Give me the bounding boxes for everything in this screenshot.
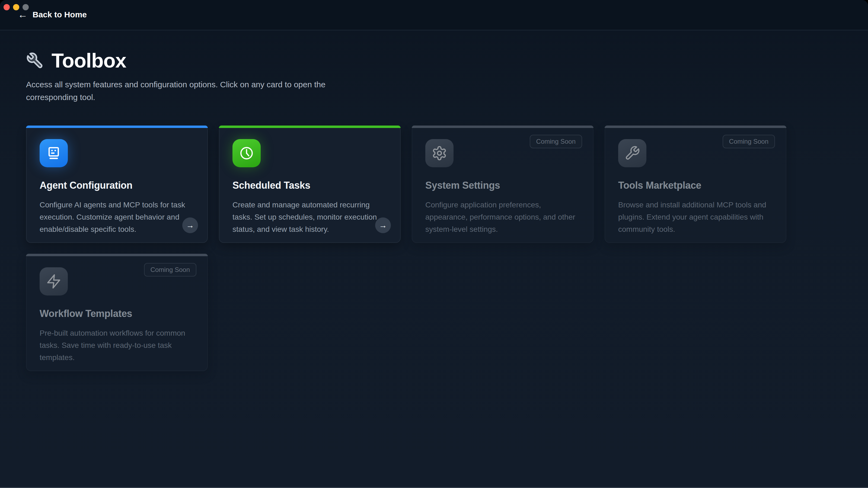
card-accent-bar: [412, 126, 593, 128]
robot-icon: [40, 139, 68, 167]
wrench-icon: [26, 52, 44, 70]
card-description: Create and manage automated recurring ta…: [232, 199, 387, 235]
open-agent-configuration-button[interactable]: →: [182, 218, 198, 233]
arrow-right-icon: →: [186, 221, 194, 229]
card-title: System Settings: [425, 180, 580, 191]
card-accent-bar: [604, 126, 786, 128]
coming-soon-badge: Coming Soon: [530, 135, 582, 148]
app-window: ← Back to Home Toolbox Access all system…: [0, 0, 868, 488]
gear-icon: [425, 139, 454, 167]
card-description: Browse and install additional MCP tools …: [618, 199, 773, 235]
back-label: Back to Home: [33, 10, 87, 19]
zap-icon: [40, 267, 68, 295]
card-title: Tools Marketplace: [618, 180, 773, 191]
coming-soon-badge: Coming Soon: [723, 135, 775, 148]
open-scheduled-tasks-button[interactable]: →: [375, 218, 391, 233]
card-workflow-templates: Coming Soon Workflow Templates Pre-built…: [26, 254, 208, 371]
card-description: Configure application preferences, appea…: [425, 199, 580, 235]
card-title: Scheduled Tasks: [232, 180, 387, 191]
card-accent-bar: [26, 126, 208, 128]
back-arrow-icon: ←: [18, 10, 28, 19]
card-description: Configure AI agents and MCP tools for ta…: [40, 199, 194, 235]
clock-icon: [232, 139, 261, 167]
main-content: Toolbox Access all system features and c…: [0, 51, 868, 371]
coming-soon-badge: Coming Soon: [144, 263, 196, 276]
arrow-right-icon: →: [379, 221, 387, 229]
card-title: Agent Configuration: [40, 180, 194, 191]
card-title: Workflow Templates: [40, 308, 194, 319]
close-window-button[interactable]: [3, 4, 10, 10]
card-accent-bar: [219, 126, 401, 128]
card-system-settings: Coming Soon System Settings Configure ap…: [412, 126, 593, 243]
card-accent-bar: [26, 254, 208, 256]
card-description: Pre-built automation workflows for commo…: [40, 327, 194, 364]
card-tools-marketplace: Coming Soon Tools Marketplace Browse and…: [604, 126, 786, 243]
page-title-row: Toolbox: [26, 51, 842, 71]
toolbox-card-grid: Agent Configuration Configure AI agents …: [26, 126, 842, 371]
back-to-home-button[interactable]: ← Back to Home: [16, 10, 88, 20]
page-title: Toolbox: [52, 51, 126, 71]
card-agent-configuration[interactable]: Agent Configuration Configure AI agents …: [26, 126, 208, 243]
wrench-icon: [618, 139, 646, 167]
title-bar: ← Back to Home: [0, 0, 868, 30]
card-scheduled-tasks[interactable]: Scheduled Tasks Create and manage automa…: [219, 126, 401, 243]
page-subtitle: Access all system features and configura…: [26, 78, 349, 104]
